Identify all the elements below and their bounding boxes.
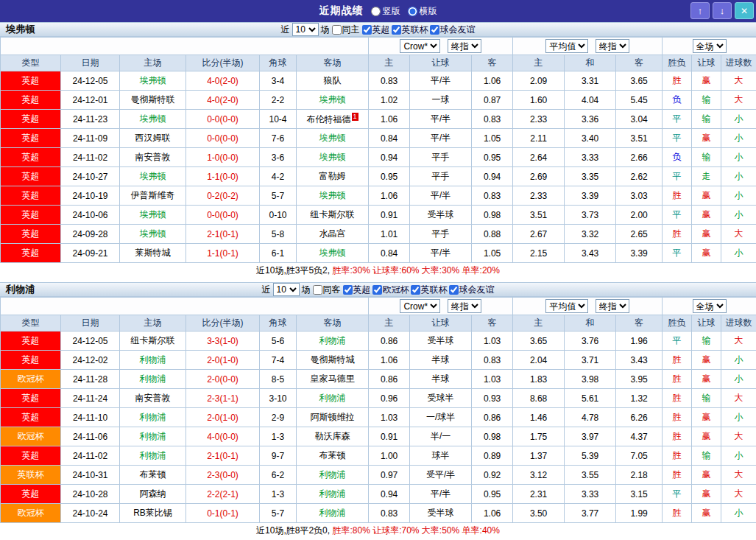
- euro-away-odds-cell: 5.45: [616, 91, 663, 110]
- recent-count-select[interactable]: 10: [292, 23, 319, 36]
- goals-result-cell: 小: [721, 167, 756, 186]
- league-filter-option[interactable]: 英联杯: [392, 24, 428, 36]
- average-select[interactable]: 平均值: [545, 299, 588, 313]
- final-odds-select[interactable]: 终指: [596, 39, 629, 53]
- col-header-score: 比分(半场): [186, 55, 260, 71]
- euro-draw-odds-cell: 4.78: [565, 408, 616, 427]
- same-venue-option[interactable]: 同客: [313, 284, 341, 296]
- match-row: 英超24-12-05埃弗顿4-0(2-0)3-4狼队0.83平/半1.062.0…: [1, 71, 756, 91]
- recent-matches-table: Crow* 终指 平均值 终指 全场 类型 日期 主场 比分(半场) 角球 客场…: [0, 297, 756, 523]
- league-filter-option[interactable]: 欧冠杯: [372, 284, 409, 296]
- final-odds-select[interactable]: 终指: [448, 299, 481, 313]
- summary-line: 近10场,胜8平2负0, 胜率:80% 让球率:70% 大率:50% 单率:40…: [0, 523, 756, 538]
- vertical-layout-radio[interactable]: [371, 7, 381, 16]
- fulltime-select[interactable]: 全场: [693, 299, 727, 313]
- league-filter-checkbox[interactable]: [392, 25, 401, 35]
- euro-home-odds-cell: 1.37: [513, 446, 565, 466]
- team-name: 埃弗顿: [0, 23, 35, 36]
- euro-draw-odds-cell: 3.33: [565, 485, 616, 504]
- league-filter-checkbox[interactable]: [343, 285, 353, 295]
- match-row: 英超24-12-05纽卡斯尔联3-3(1-0)5-6利物浦0.86受半球1.03…: [1, 332, 756, 351]
- league-cell: 英超: [1, 206, 61, 225]
- horizontal-layout-option[interactable]: 横版: [408, 5, 437, 18]
- handicap-line-cell: 平手: [410, 167, 472, 186]
- col-header-euro-away: 客: [616, 55, 663, 71]
- league-filter-checkbox[interactable]: [372, 285, 382, 295]
- handicap-away-odds-cell: 0.94: [472, 167, 513, 186]
- result-cell: 平: [663, 485, 692, 504]
- euro-draw-odds-cell: 3.77: [565, 504, 616, 523]
- scroll-down-button[interactable]: ↓: [713, 2, 732, 19]
- handicap-result-cell: 赢: [692, 408, 721, 427]
- handicap-odds-source: Crow* 终指: [369, 298, 513, 315]
- fulltime-select[interactable]: 全场: [693, 39, 727, 53]
- goals-result-cell: 小: [721, 206, 756, 225]
- bookmaker-select[interactable]: Crow*: [400, 39, 440, 53]
- home-team-cell: RB莱比锡: [120, 504, 186, 523]
- league-filter-checkbox[interactable]: [430, 25, 439, 35]
- result-cell: 负: [663, 91, 692, 110]
- final-odds-select[interactable]: 终指: [596, 299, 629, 313]
- average-select[interactable]: 平均值: [545, 39, 588, 53]
- score-cell: 2-3(0-0): [186, 466, 260, 485]
- corners-cell: 9-7: [260, 446, 297, 466]
- home-team-cell: 布莱顿: [120, 466, 186, 485]
- league-cell: 英超: [1, 71, 61, 91]
- result-cell: 平: [663, 110, 692, 129]
- scroll-up-button[interactable]: ↑: [690, 2, 710, 19]
- col-header-date: 日期: [61, 55, 120, 71]
- euro-home-odds-cell: 3.50: [513, 504, 565, 523]
- date-cell: 24-10-31: [61, 466, 120, 485]
- goals-result-cell: 大: [721, 389, 756, 408]
- away-team-cell: 埃弗顿: [297, 186, 369, 206]
- corners-cell: 4-2: [260, 167, 297, 186]
- euro-draw-odds-cell: 3.32: [565, 225, 616, 244]
- close-button[interactable]: ✕: [735, 2, 754, 19]
- euro-home-odds-cell: 2.09: [513, 71, 565, 91]
- same-venue-checkbox[interactable]: [332, 25, 342, 35]
- league-filter-checkbox[interactable]: [362, 25, 372, 35]
- date-cell: 24-12-05: [61, 332, 120, 351]
- match-row: 欧冠杯24-10-24RB莱比锡0-1(0-1)5-7利物浦0.83受半球1.0…: [1, 504, 756, 523]
- goals-result-cell: 大: [721, 485, 756, 504]
- league-filter-checkbox[interactable]: [449, 285, 459, 295]
- corners-cell: 1-3: [260, 427, 297, 446]
- horizontal-layout-radio[interactable]: [408, 7, 417, 16]
- league-filter-label: 球会友谊: [459, 284, 495, 296]
- league-filter-option[interactable]: 球会友谊: [430, 24, 476, 36]
- league-filter-option[interactable]: 球会友谊: [449, 284, 495, 296]
- recent-count-select[interactable]: 10: [273, 283, 300, 296]
- bookmaker-select[interactable]: Crow*: [400, 299, 440, 313]
- match-row: 英超24-10-06埃弗顿0-0(0-0)0-10纽卡斯尔联0.91受半球0.9…: [1, 206, 756, 225]
- handicap-home-odds-cell: 1.06: [369, 110, 410, 129]
- handicap-home-odds-cell: 0.94: [369, 485, 410, 504]
- same-venue-checkbox[interactable]: [313, 285, 322, 295]
- league-filter-option[interactable]: 英超: [343, 284, 371, 296]
- league-filter-option[interactable]: 英超: [362, 24, 390, 36]
- final-odds-select[interactable]: 终指: [448, 39, 481, 53]
- away-team-cell: 埃弗顿: [297, 91, 369, 110]
- vertical-layout-option[interactable]: 竖版: [371, 5, 400, 18]
- euro-odds-source: 平均值 终指: [513, 38, 663, 55]
- euro-draw-odds-cell: 3.31: [565, 71, 616, 91]
- goals-result-cell: 大: [721, 332, 756, 351]
- handicap-line-cell: 平/半: [410, 186, 472, 206]
- league-filter-option[interactable]: 英联杯: [411, 284, 448, 296]
- match-row: 英超24-11-02利物浦2-1(0-1)9-7布莱顿1.00球半0.891.3…: [1, 446, 756, 466]
- col-header-away: 客场: [297, 315, 369, 332]
- league-cell: 英联杯: [1, 466, 61, 485]
- matches-label: 场: [302, 284, 311, 296]
- col-header-type: 类型: [1, 55, 61, 71]
- date-cell: 24-10-19: [61, 186, 120, 206]
- score-cell: 1-0(0-0): [186, 148, 260, 167]
- same-venue-option[interactable]: 同主: [332, 24, 360, 36]
- date-cell: 24-11-09: [61, 129, 120, 148]
- home-team-cell: 利物浦: [120, 370, 186, 389]
- date-cell: 24-11-10: [61, 408, 120, 427]
- summary-record: 近10场,胜8平2负0,: [256, 525, 330, 536]
- handicap-home-odds-cell: 1.03: [369, 408, 410, 427]
- euro-away-odds-cell: 6.26: [616, 408, 663, 427]
- handicap-result-cell: 赢: [692, 504, 721, 523]
- league-filter-checkbox[interactable]: [411, 285, 420, 295]
- handicap-result-cell: 输: [692, 446, 721, 466]
